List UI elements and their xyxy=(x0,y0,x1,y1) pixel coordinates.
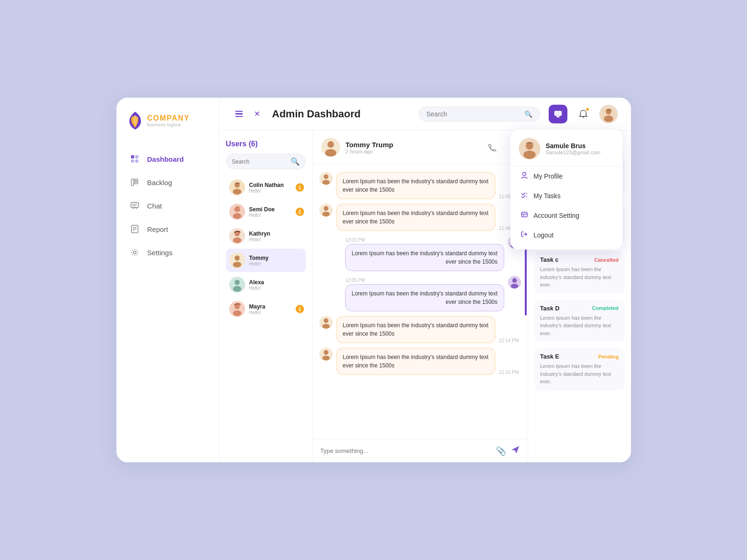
svg-point-18 xyxy=(604,115,613,122)
svg-point-44 xyxy=(324,174,328,179)
nav-label-dashboard: Dashboard xyxy=(147,155,184,163)
send-icon[interactable] xyxy=(511,445,520,457)
msg-avatar xyxy=(319,316,333,329)
user-badge-colin: 1 xyxy=(296,183,304,192)
chat-panel: Tommy Trump 2 hours ago xyxy=(313,130,528,462)
svg-point-27 xyxy=(233,237,241,243)
user-name: Semi Doe xyxy=(249,206,303,213)
message-row: 12:01 PM Lorem Ipsum has been the indust… xyxy=(319,236,521,271)
svg-point-60 xyxy=(322,356,330,360)
chat-input-bar: 📎 xyxy=(313,439,528,462)
menu-icon[interactable] xyxy=(232,108,246,120)
chat-icon xyxy=(130,201,140,211)
svg-point-54 xyxy=(511,284,518,288)
svg-point-20 xyxy=(234,183,239,188)
sidebar-item-backlog[interactable]: Backlog xyxy=(116,171,219,194)
settings-icon xyxy=(130,247,140,258)
user-item-tommy[interactable]: Tommy Hello! xyxy=(226,249,306,272)
user-info-tommy: Tommy Hello! xyxy=(249,255,303,266)
nav-label-chat: Chat xyxy=(147,202,162,210)
task-status-badge: Completed xyxy=(592,305,619,311)
user-badge-semidoe: 2 xyxy=(296,208,304,216)
sidebar-item-chat[interactable]: Chat xyxy=(116,194,219,217)
chat-messages: Lorem Ipsum has been the industry's stan… xyxy=(313,165,528,439)
sidebar-item-dashboard[interactable]: Dashboard xyxy=(116,147,219,171)
attach-icon[interactable]: 📎 xyxy=(496,446,506,456)
close-icon[interactable]: ✕ xyxy=(254,109,260,118)
svg-rect-7 xyxy=(131,202,138,208)
search-bar[interactable]: 🔍 xyxy=(419,107,540,122)
call-button[interactable] xyxy=(485,140,500,155)
dropdown-my-tasks[interactable]: My Tasks xyxy=(510,186,623,206)
user-item-mayra[interactable]: Mayra Hello! 1 xyxy=(226,297,306,321)
person-icon xyxy=(521,172,528,181)
user-item-alexa[interactable]: Alexa Hello! xyxy=(226,273,306,296)
message-row: Lorem Ipsum has been the industry's stan… xyxy=(319,172,521,199)
message-time: 12:05 PM xyxy=(345,278,365,283)
user-item-semidoe[interactable]: Semi Doe Hello! 2 xyxy=(226,200,306,223)
account-icon xyxy=(521,211,528,220)
svg-rect-0 xyxy=(131,155,134,158)
user-status: Hello! xyxy=(249,188,303,194)
task-desc: Lorem Ipsum has been the industry's stan… xyxy=(540,314,619,337)
notification-badge xyxy=(585,107,590,112)
sidebar-item-report[interactable]: Report xyxy=(116,217,219,241)
user-info-kathryn: Kathryn Hello! xyxy=(249,230,303,242)
user-avatar-semidoe xyxy=(229,204,245,220)
company-name: COMPANY xyxy=(147,114,190,122)
user-item-kathryn[interactable]: Kathryn Hello! xyxy=(226,224,306,248)
svg-point-36 xyxy=(233,310,241,316)
users-search-input[interactable] xyxy=(232,158,288,165)
user-name: Mayra xyxy=(249,303,303,310)
task-name: Task E xyxy=(540,353,559,360)
user-avatar[interactable] xyxy=(599,105,618,123)
sidebar-item-settings[interactable]: Settings xyxy=(116,241,219,264)
dropdown-my-profile-label: My Profile xyxy=(534,172,563,180)
dropdown-my-tasks-label: My Tasks xyxy=(534,192,561,200)
svg-rect-4 xyxy=(131,179,134,186)
company-tagline: business tagline xyxy=(147,122,190,127)
user-item-colin[interactable]: Colin Nathan Hello! 1 xyxy=(226,176,306,199)
msg-avatar xyxy=(508,276,521,289)
search-input[interactable] xyxy=(427,110,521,118)
user-info-mayra: Mayra Hello! xyxy=(249,303,303,315)
message-bubble: Lorem Ipsum has been the industry's stan… xyxy=(336,172,495,199)
dropdown-logout[interactable]: Logout xyxy=(510,225,623,245)
svg-point-63 xyxy=(523,151,536,159)
task-header: Task c Cancelled xyxy=(540,256,619,263)
message-time: 12:01 PM xyxy=(345,237,365,243)
svg-rect-2 xyxy=(131,159,134,163)
header-actions xyxy=(549,105,618,123)
dropdown-my-profile[interactable]: My Profile xyxy=(510,166,623,186)
user-avatar-kathryn xyxy=(229,228,245,244)
dropdown-user-info: Samule Brus Samule123@gmail.com xyxy=(546,142,601,155)
chat-input[interactable] xyxy=(320,447,491,454)
users-search-icon: 🔍 xyxy=(290,157,300,166)
svg-point-47 xyxy=(324,206,328,211)
msg-avatar xyxy=(319,172,333,185)
message-row: Lorem Ipsum has been the industry's stan… xyxy=(319,348,521,375)
svg-point-64 xyxy=(522,172,526,176)
svg-point-30 xyxy=(233,262,241,267)
svg-point-48 xyxy=(322,212,330,216)
users-panel: Users (6) 🔍 xyxy=(219,130,313,462)
nav-label-report: Report xyxy=(147,225,168,233)
svg-point-39 xyxy=(325,149,336,157)
report-icon xyxy=(130,224,140,234)
user-status: Hello! xyxy=(249,310,303,315)
dropdown-account-setting[interactable]: Account Setting xyxy=(510,206,623,225)
svg-point-53 xyxy=(512,278,517,283)
task-name: Task D xyxy=(540,305,560,312)
user-info-semidoe: Semi Doe Hello! xyxy=(249,206,303,218)
logout-icon xyxy=(521,230,528,240)
task-desc: Lorem Ipsum has been the industry's stan… xyxy=(540,362,619,386)
notification-button[interactable] xyxy=(574,105,593,123)
user-name: Tommy xyxy=(249,255,303,261)
task-header: Task D Completed xyxy=(540,305,619,312)
task-header: Task E Pending xyxy=(540,353,619,360)
dropdown-avatar xyxy=(519,138,540,159)
users-panel-title: Users (6) xyxy=(226,140,306,148)
users-search-bar[interactable]: 🔍 xyxy=(226,154,306,169)
message-button[interactable] xyxy=(549,105,567,123)
message-bubble: Lorem Ipsum has been the industry's stan… xyxy=(336,348,495,375)
